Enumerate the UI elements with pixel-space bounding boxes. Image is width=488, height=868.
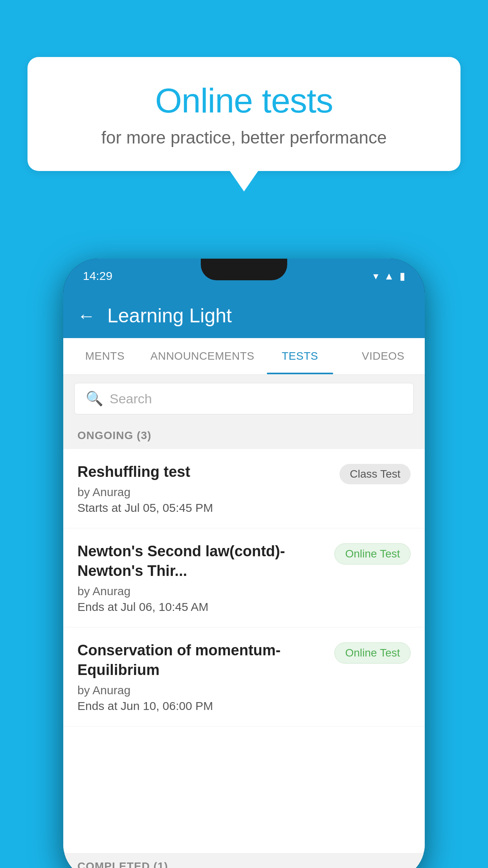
speech-bubble: Online tests for more practice, better p… (28, 57, 460, 171)
test-by-3: by Anurag (77, 684, 327, 697)
test-item-3[interactable]: Conservation of momentum-Equilibrium by … (63, 627, 425, 726)
status-icons: ▾ ▲ ▮ (373, 270, 405, 282)
status-time: 14:29 (83, 269, 112, 283)
test-date-1: Starts at Jul 05, 05:45 PM (77, 501, 332, 515)
phone-frame: 14:29 ▾ ▲ ▮ ← Learning Light MENTS ANNOU… (63, 259, 425, 868)
test-badge-3: Online Test (334, 642, 411, 664)
search-bar[interactable]: 🔍 Search (74, 383, 414, 414)
test-by-2: by Anurag (77, 585, 327, 598)
test-item-1[interactable]: Reshuffling test by Anurag Starts at Jul… (63, 449, 425, 528)
tab-tests[interactable]: TESTS (258, 338, 341, 374)
search-icon: 🔍 (86, 390, 103, 407)
test-date-2: Ends at Jul 06, 10:45 AM (77, 600, 327, 614)
app-title: Learning Light (107, 304, 232, 327)
signal-icon: ▲ (384, 270, 394, 282)
test-date-3: Ends at Jun 10, 06:00 PM (77, 699, 327, 713)
test-item-2[interactable]: Newton's Second law(contd)-Newton's Thir… (63, 528, 425, 627)
search-container: 🔍 Search (63, 375, 425, 422)
completed-label: COMPLETED (1) (77, 860, 168, 868)
ongoing-section-header: ONGOING (3) (63, 422, 425, 449)
tests-list: Reshuffling test by Anurag Starts at Jul… (63, 449, 425, 851)
speech-bubble-container: Online tests for more practice, better p… (28, 57, 460, 171)
battery-icon: ▮ (400, 270, 405, 282)
test-title-2: Newton's Second law(contd)-Newton's Thir… (77, 542, 327, 581)
test-content-2: Newton's Second law(contd)-Newton's Thir… (77, 542, 327, 614)
test-content-1: Reshuffling test by Anurag Starts at Jul… (77, 462, 332, 515)
bubble-subtitle: for more practice, better performance (59, 128, 429, 147)
test-badge-2: Online Test (334, 543, 411, 565)
test-badge-1: Class Test (339, 464, 411, 484)
tab-videos[interactable]: VIDEOS (341, 338, 425, 374)
test-by-1: by Anurag (77, 485, 332, 499)
phone-screen: ← Learning Light MENTS ANNOUNCEMENTS TES… (63, 293, 425, 868)
tab-ments[interactable]: MENTS (63, 338, 147, 374)
status-bar: 14:29 ▾ ▲ ▮ (63, 259, 425, 293)
tab-announcements[interactable]: ANNOUNCEMENTS (147, 338, 259, 374)
tabs-bar: MENTS ANNOUNCEMENTS TESTS VIDEOS (63, 338, 425, 375)
completed-section-header: COMPLETED (1) (63, 853, 425, 868)
wifi-icon: ▾ (373, 270, 378, 282)
app-header: ← Learning Light (63, 293, 425, 338)
search-placeholder: Search (110, 391, 152, 406)
back-button[interactable]: ← (77, 307, 95, 325)
bubble-title: Online tests (59, 81, 429, 121)
test-title-3: Conservation of momentum-Equilibrium (77, 641, 327, 680)
test-title-1: Reshuffling test (77, 462, 332, 482)
test-content-3: Conservation of momentum-Equilibrium by … (77, 641, 327, 713)
ongoing-label: ONGOING (3) (77, 429, 151, 441)
